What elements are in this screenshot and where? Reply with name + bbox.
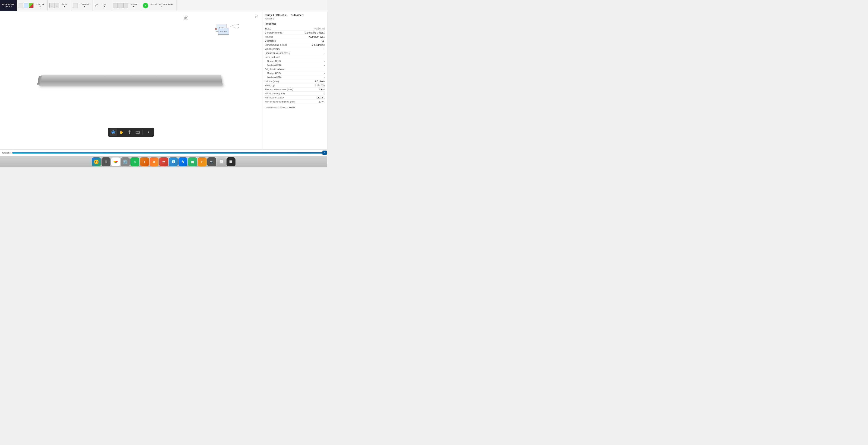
finish-dropdown-icon: ▼ <box>161 6 163 7</box>
piece-part-range-label: Range (USD) <box>267 60 324 62</box>
pan-button[interactable]: ✋ <box>118 129 125 136</box>
visual-similarity-value: - <box>324 47 325 50</box>
metric-row-0: Volume (mm³)8.314e+8 <box>265 79 324 83</box>
panel-title: Study 1 - Structur... - Outcome 1 <box>265 14 324 16</box>
dock-system-prefs[interactable]: ⚙️ <box>121 158 130 166</box>
dock-chrome[interactable] <box>111 158 120 166</box>
svg-marker-4 <box>238 27 239 29</box>
orientation-row: Orientation Z- <box>265 39 324 43</box>
show-label: SHOW <box>61 3 67 5</box>
piece-part-median-row: Median (USD) - <box>265 63 324 67</box>
material-row: Material Aluminum 6061 <box>265 35 324 39</box>
lock-icon[interactable] <box>254 14 259 19</box>
svg-marker-10 <box>148 131 150 133</box>
metric-label-3: Factor of safety limit <box>265 92 323 95</box>
material-label: Material <box>265 35 309 38</box>
bottom-bar: Iterations 1 <box>0 149 327 156</box>
dock-screenshots[interactable]: 📷 <box>207 158 216 166</box>
material-value: Aluminum 6061 <box>309 35 324 38</box>
dock-preview[interactable]: 🖼 <box>169 158 178 166</box>
viewport[interactable]: BACK BOTTOM ✕ <box>0 11 262 149</box>
toolbar: GENERATIVE DESIGN DISPLAY ▼ ⬜ ⬜ <box>0 0 327 11</box>
dock-fusion360[interactable]: F <box>198 158 207 166</box>
dock-spotify[interactable]: ♫ <box>130 158 139 166</box>
dock-trash[interactable]: 🗑 <box>217 158 226 166</box>
create-button[interactable]: CREATE ▼ <box>128 3 139 8</box>
dock-appstore[interactable]: A <box>179 158 187 166</box>
show-button[interactable]: SHOW ▼ <box>59 3 69 8</box>
orientation-value: Z- <box>322 39 324 42</box>
metric-label-0: Volume (mm³) <box>265 80 315 82</box>
dock-reeder[interactable]: ★ <box>150 158 159 166</box>
generative-model-value: Generative Model 1 <box>305 31 324 34</box>
compare-button[interactable]: COMPARE ▼ <box>78 3 91 8</box>
svg-point-9 <box>137 132 138 133</box>
orientation-label: Orientation <box>265 39 322 42</box>
camera-button[interactable] <box>134 129 141 136</box>
home-icon[interactable] <box>183 14 189 21</box>
dock: 😊 ⊞ ⚙️ ♫ T ★ ✄ 🖼 A ▦ <box>0 156 327 167</box>
metric-label-5: Max displacement global (mm) <box>265 100 319 103</box>
dock-taskheat[interactable]: T <box>140 158 149 166</box>
metric-label-2: Max von Mises stress (MPa) <box>265 88 319 91</box>
dock-claquette[interactable]: ✄ <box>159 158 168 166</box>
metric-row-4: Min factor of safety130.481 <box>265 96 324 100</box>
cube-color-icon <box>24 3 28 8</box>
dock-calculator[interactable]: ⊞ <box>101 158 111 166</box>
metric-value-0: 8.314e+8 <box>315 80 324 82</box>
metric-value-1: 2,244.815 <box>314 84 324 87</box>
fully-burdened-cost-label: Fully burdened cost <box>265 68 324 70</box>
nav-divider <box>143 130 144 135</box>
svg-rect-8 <box>136 131 140 134</box>
metric-label-1: Mass (kg) <box>265 84 314 87</box>
metric-value-3: 2 <box>323 92 324 95</box>
display-button[interactable]: DISPLAY ▼ <box>34 3 46 8</box>
production-volume-value: - <box>324 52 325 54</box>
svg-marker-2 <box>238 24 239 25</box>
metric-row-2: Max von Mises stress (MPa)2.108 <box>265 88 324 92</box>
orbit-button[interactable] <box>110 129 117 136</box>
iterations-label: Iterations <box>2 151 10 154</box>
finish-check-icon: ✓ <box>143 3 148 8</box>
cost-powered-row: Cost estimates powered by aPriori <box>265 106 324 108</box>
piece-part-range-value: - <box>324 60 325 62</box>
brand-line1: GENERATIVE <box>2 3 14 5</box>
svg-line-3 <box>230 27 238 29</box>
metric-row-3: Factor of safety limit2 <box>265 92 324 96</box>
nav-toolbar: ✋ <box>108 128 154 137</box>
burdened-median-value: - <box>324 76 325 78</box>
svg-line-1 <box>230 25 238 26</box>
metric-label-4: Min factor of safety <box>265 96 316 99</box>
finish-group: ✓ FINISH OUTCOME VIEW ▼ <box>141 0 177 11</box>
iteration-marker: 1 <box>322 150 327 155</box>
visual-similarity-label: Visual similarity <box>265 47 324 50</box>
metric-row-5: Max displacement global (mm)1.444 <box>265 100 324 104</box>
dock-finder[interactable]: 😊 <box>92 158 101 166</box>
generative-model-row: Generative model Generative Model 1 <box>265 31 324 35</box>
cost-powered-label: Cost estimates powered by <box>265 106 288 108</box>
tag-button[interactable]: TAG ▼ <box>99 3 110 8</box>
progress-track: 1 <box>12 152 326 153</box>
cube-x-indicator: ✕ <box>215 28 217 31</box>
3d-model <box>40 75 222 85</box>
display-label: DISPLAY <box>36 3 44 5</box>
display-group: DISPLAY ▼ <box>17 0 48 11</box>
view-cube[interactable]: BACK BOTTOM ✕ <box>215 22 230 37</box>
metric-value-5: 1.444 <box>319 100 324 103</box>
dock-numbers[interactable]: ▦ <box>188 158 197 166</box>
panel-subtitle: Iteration 1 <box>265 18 324 20</box>
piece-part-median-label: Median (USD) <box>267 64 324 66</box>
create-dropdown-icon: ▼ <box>133 6 134 7</box>
compare-group: COMPARE ▼ <box>71 0 93 11</box>
nav-extra-button[interactable] <box>145 129 152 136</box>
piece-part-median-value: - <box>324 64 325 66</box>
production-volume-label: Production volume (pcs.) <box>265 52 324 54</box>
finish-button[interactable]: FINISH OUTCOME VIEW ▼ <box>149 3 175 8</box>
tag-label: TAG <box>102 3 106 5</box>
cube-mixed-icon <box>29 3 34 8</box>
create-icon1 <box>113 3 118 8</box>
dock-screenshot-tool[interactable]: ⬜ <box>226 158 236 166</box>
create-icon2 <box>118 3 123 8</box>
cube-solid-icon <box>19 3 23 8</box>
zoom-button[interactable] <box>126 129 133 136</box>
